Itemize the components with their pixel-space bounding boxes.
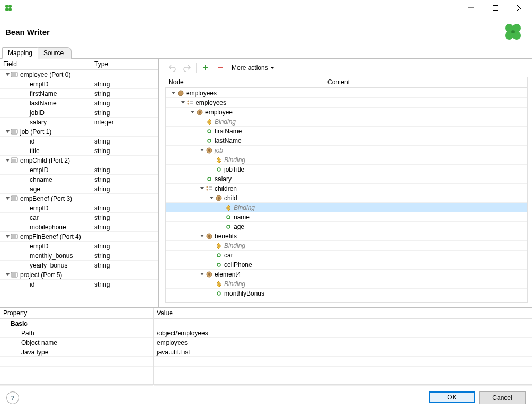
field-row[interactable]: firstNamestring — [0, 89, 158, 99]
expand-caret[interactable] — [199, 186, 205, 191]
node-row[interactable]: Binding — [166, 279, 527, 289]
prop-value-row[interactable]: /object/employees — [154, 328, 532, 338]
expand-caret[interactable] — [4, 234, 11, 239]
field-label: lastName — [30, 100, 57, 107]
fields-tree[interactable]: employee (Port 0)empIDstringfirstNamestr… — [0, 70, 158, 307]
field-row[interactable]: empIDstring — [0, 242, 158, 251]
col-content[interactable]: Content — [324, 77, 528, 87]
node-row[interactable]: salary — [166, 174, 527, 184]
col-node[interactable]: Node — [165, 77, 324, 87]
field-row[interactable]: empIDstring — [0, 203, 158, 213]
col-type[interactable]: Type — [91, 59, 158, 69]
expand-caret[interactable] — [4, 196, 11, 201]
field-row[interactable]: job (Port 1) — [0, 127, 158, 137]
field-row[interactable]: chnamestring — [0, 175, 158, 184]
field-row[interactable]: empFinBenef (Port 4) — [0, 232, 158, 242]
field-row[interactable]: empBenef (Port 3) — [0, 194, 158, 203]
node-label: element4 — [215, 271, 241, 278]
field-row[interactable]: idstring — [0, 280, 158, 289]
col-property[interactable]: Property — [0, 308, 153, 319]
node-row[interactable]: monthlyBonus — [166, 289, 527, 298]
node-row[interactable]: child — [166, 193, 527, 203]
minimize-button[interactable] — [459, 0, 483, 16]
field-row[interactable]: mobilephonestring — [0, 222, 158, 232]
node-row[interactable]: cellPhone — [166, 260, 527, 270]
expand-caret[interactable] — [208, 195, 215, 200]
field-label: age — [30, 185, 40, 193]
port-icon — [11, 233, 19, 241]
field-row[interactable]: employee (Port 0) — [0, 70, 158, 79]
field-row[interactable]: lastNamestring — [0, 99, 158, 108]
expand-caret[interactable] — [4, 72, 11, 77]
field-row[interactable]: carstring — [0, 213, 158, 222]
field-label: empChild (Port 2) — [20, 157, 70, 164]
prop-row[interactable]: Path — [0, 328, 153, 338]
port-icon — [11, 70, 19, 79]
node-row[interactable]: Binding — [166, 241, 527, 251]
field-row[interactable]: monthly_bonusstring — [0, 251, 158, 261]
node-row[interactable]: employees — [166, 98, 527, 108]
expand-caret[interactable] — [199, 234, 205, 238]
prop-value-row[interactable]: employees — [154, 338, 532, 347]
field-row[interactable]: jobIDstring — [0, 108, 158, 118]
maximize-button[interactable] — [483, 0, 508, 16]
bind-icon — [215, 242, 223, 250]
col-value[interactable]: Value — [154, 308, 532, 319]
node-row[interactable]: job — [166, 146, 527, 155]
field-label: empBenef (Port 3) — [20, 195, 72, 202]
pkg-icon — [176, 89, 185, 97]
redo-button[interactable] — [181, 62, 193, 74]
expand-caret[interactable] — [4, 129, 11, 134]
cancel-button[interactable]: Cancel — [479, 391, 526, 404]
close-button[interactable] — [508, 0, 532, 16]
expand-caret[interactable] — [170, 91, 176, 95]
node-row[interactable]: name — [166, 212, 527, 222]
field-row[interactable]: empChild (Port 2) — [0, 156, 158, 165]
node-row[interactable]: firstName — [166, 127, 527, 136]
list-icon — [186, 99, 194, 107]
node-row[interactable]: jobTitle — [166, 165, 527, 174]
field-row[interactable]: empIDstring — [0, 165, 158, 175]
field-row[interactable]: agestring — [0, 184, 158, 194]
node-row[interactable]: element4 — [166, 270, 527, 279]
field-row[interactable]: titlestring — [0, 146, 158, 156]
node-row[interactable]: employees — [166, 88, 527, 98]
tab-source[interactable]: Source — [38, 47, 72, 59]
prop-row[interactable]: Java type — [0, 347, 153, 357]
node-row[interactable]: benefits — [166, 231, 527, 241]
remove-button[interactable] — [215, 62, 226, 74]
expand-caret[interactable] — [180, 100, 186, 105]
col-field[interactable]: Field — [0, 59, 91, 69]
expand-caret[interactable] — [4, 272, 11, 277]
node-label: cellPhone — [224, 261, 252, 269]
ok-button[interactable]: OK — [429, 391, 475, 403]
expand-caret[interactable] — [199, 272, 205, 277]
node-row[interactable]: employee — [166, 108, 527, 117]
node-row[interactable]: age — [166, 222, 527, 231]
node-row[interactable]: children — [166, 184, 527, 193]
node-row[interactable]: Binding — [166, 117, 527, 127]
svg-point-53 — [207, 186, 208, 188]
expand-caret[interactable] — [189, 110, 196, 114]
field-row[interactable]: idstring — [0, 137, 158, 146]
more-actions-menu[interactable]: More actions — [229, 64, 277, 72]
expand-caret[interactable] — [199, 148, 205, 153]
port-icon — [11, 271, 19, 279]
add-button[interactable] — [200, 62, 211, 74]
node-row[interactable]: car — [166, 251, 527, 260]
field-row[interactable]: empIDstring — [0, 79, 158, 89]
undo-button[interactable] — [166, 62, 178, 74]
help-button[interactable]: ? — [6, 391, 19, 404]
field-row[interactable]: project (Port 5) — [0, 270, 158, 280]
node-row[interactable]: Binding — [166, 155, 527, 165]
node-row[interactable]: lastName — [166, 136, 527, 146]
prop-row[interactable]: Object name — [0, 338, 153, 347]
field-row[interactable]: salaryinteger — [0, 118, 158, 127]
expand-caret[interactable] — [4, 158, 11, 163]
mapping-tree[interactable]: employeesemployeesemployeeBindingfirstNa… — [165, 88, 528, 303]
field-row[interactable]: yearly_bonusstring — [0, 261, 158, 270]
node-row[interactable]: Binding — [166, 203, 527, 212]
tab-mapping[interactable]: Mapping — [2, 47, 38, 59]
field-label: empID — [30, 166, 48, 174]
prop-value-row[interactable]: java.util.List — [154, 347, 532, 357]
